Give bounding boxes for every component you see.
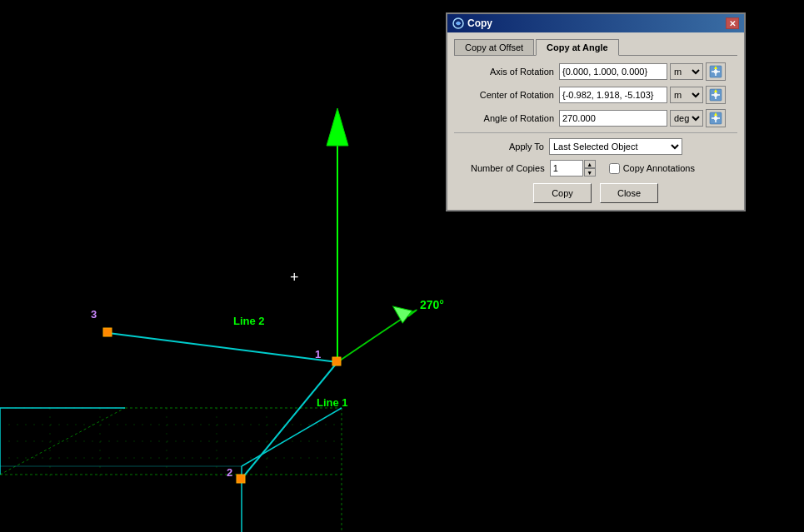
axis-of-rotation-row: Axis of Rotation m mm ft: [454, 62, 737, 81]
center-of-rotation-input[interactable]: [559, 87, 667, 103]
angle-of-rotation-label: Angle of Rotation: [454, 113, 554, 123]
spinner-up-button[interactable]: ▲: [584, 160, 596, 168]
copy-button[interactable]: Copy: [533, 183, 592, 203]
copy-annotations-label[interactable]: Copy Annotations: [609, 163, 695, 174]
svg-rect-23: [332, 357, 341, 365]
button-row: Copy Close: [454, 183, 737, 203]
apply-to-label: Apply To: [509, 142, 544, 152]
svg-marker-19: [327, 108, 348, 146]
dialog-close-button[interactable]: ✕: [726, 17, 739, 29]
dialog-icon: [452, 17, 464, 29]
svg-rect-24: [237, 475, 245, 483]
center-unit-select[interactable]: m mm ft: [670, 87, 703, 103]
copies-label: Number of Copies: [471, 163, 545, 173]
angle-of-rotation-input[interactable]: [559, 110, 667, 127]
apply-to-row: Apply To Last Selected Object All Select…: [454, 138, 737, 155]
svg-line-0: [0, 408, 125, 475]
dialog-title: Copy: [467, 17, 492, 29]
center-pick-button[interactable]: [706, 86, 726, 104]
close-button[interactable]: Close: [600, 183, 658, 203]
copies-input[interactable]: [550, 160, 583, 177]
copy-annotations-text: Copy Annotations: [623, 163, 695, 173]
apply-to-select[interactable]: Last Selected Object All Selected Object…: [549, 138, 682, 155]
dialog-titlebar: Copy ✕: [447, 14, 744, 32]
angle-unit-select[interactable]: deg rad: [670, 110, 703, 127]
angle-pick-button[interactable]: [706, 109, 726, 127]
center-of-rotation-label: Center of Rotation: [454, 90, 554, 100]
axis-pick-button[interactable]: [706, 62, 726, 81]
copies-spinner: ▲ ▼: [584, 160, 596, 177]
copy-annotations-checkbox[interactable]: [609, 163, 620, 174]
svg-line-21: [242, 362, 337, 479]
axis-of-rotation-input[interactable]: [559, 63, 667, 80]
axis-unit-select[interactable]: m mm ft: [670, 63, 703, 80]
copy-dialog: Copy ✕ Copy at Offset Copy at Angle Axis…: [446, 12, 746, 211]
svg-marker-22: [393, 299, 415, 322]
copies-row: Number of Copies ▲ ▼ Copy Annotations: [454, 160, 737, 177]
spinner-down-button[interactable]: ▼: [584, 168, 596, 177]
center-of-rotation-row: Center of Rotation m mm ft: [454, 86, 737, 104]
svg-line-20: [108, 333, 337, 362]
axis-of-rotation-label: Axis of Rotation: [454, 67, 554, 77]
tab-copy-at-offset[interactable]: Copy at Offset: [454, 39, 534, 55]
svg-rect-25: [103, 328, 112, 336]
tab-copy-at-angle[interactable]: Copy at Angle: [536, 39, 619, 56]
tab-bar: Copy at Offset Copy at Angle: [454, 39, 737, 56]
angle-of-rotation-row: Angle of Rotation deg rad: [454, 109, 737, 127]
dialog-body: Copy at Offset Copy at Angle Axis of Rot…: [447, 32, 744, 210]
